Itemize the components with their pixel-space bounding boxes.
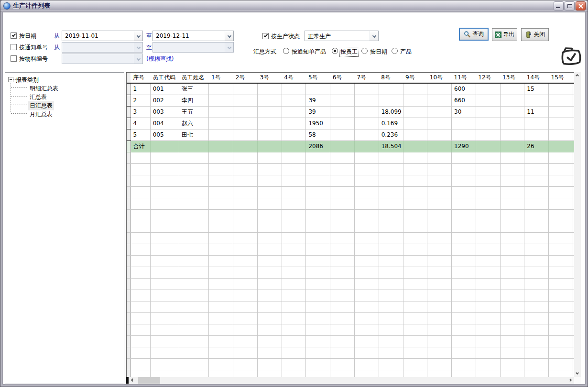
grid-cell[interactable] (354, 118, 379, 129)
checkbox-by-date[interactable] (11, 32, 17, 39)
grid-cell[interactable]: 1950 (306, 118, 330, 129)
export-button[interactable]: 导出 (492, 28, 517, 41)
grid-cell[interactable] (524, 129, 549, 140)
grid-cell[interactable] (330, 129, 355, 140)
grid-header-cell[interactable]: 8号 (379, 73, 403, 83)
maximize-button[interactable] (565, 1, 575, 11)
grid-cell[interactable] (427, 106, 452, 118)
scroll-down-icon[interactable] (574, 370, 581, 377)
grid-cell[interactable] (427, 83, 452, 95)
grid-cell[interactable]: 李四 (179, 95, 209, 106)
grid-cell[interactable]: 001 (150, 83, 179, 95)
grid-cell[interactable]: 11 (524, 106, 549, 118)
combo-date-from[interactable]: 2019-11-01 (62, 31, 143, 41)
grid-cell[interactable]: 005 (150, 129, 179, 140)
grid-cell[interactable]: 0.236 (379, 129, 403, 140)
grid-cell[interactable] (500, 118, 524, 129)
grid-cell[interactable] (257, 106, 282, 118)
grid-cell[interactable] (476, 129, 500, 140)
grid-cell[interactable] (282, 83, 306, 95)
grid-cell[interactable] (500, 106, 524, 118)
grid-header-cell[interactable]: 6号 (330, 73, 355, 83)
grid-cell[interactable] (282, 95, 306, 106)
grid-cell[interactable] (257, 118, 282, 129)
horizontal-scroll-thumb[interactable] (138, 377, 160, 384)
grid-cell[interactable] (549, 106, 573, 118)
grid-cell[interactable] (549, 118, 573, 129)
grid-cell[interactable] (549, 129, 573, 140)
grid-cell[interactable]: 2 (131, 95, 150, 106)
grid-cell[interactable] (233, 106, 258, 118)
grid-cell[interactable] (476, 106, 500, 118)
grid-cell[interactable] (427, 95, 452, 106)
grid-cell[interactable]: 0.169 (379, 118, 403, 129)
grid-cell[interactable] (476, 118, 500, 129)
grid-cell[interactable]: 003 (150, 106, 179, 118)
grid-cell[interactable]: 660 (452, 95, 476, 106)
grid-cell[interactable] (476, 83, 500, 95)
grid-cell[interactable] (354, 95, 379, 106)
checkbox-by-status[interactable] (262, 33, 269, 39)
grid-cell[interactable] (233, 95, 258, 106)
radio-by-employee[interactable] (332, 48, 338, 54)
tree-item-detail-summary[interactable]: 明细汇总表 (28, 84, 60, 93)
grid-cell[interactable] (476, 95, 500, 106)
grid-cell[interactable]: 田七 (179, 129, 209, 140)
grid-cell[interactable]: 18.099 (379, 106, 403, 118)
grid-cell[interactable] (257, 83, 282, 95)
vertical-scrollbar[interactable] (574, 72, 581, 377)
grid-cell[interactable]: 王五 (179, 106, 209, 118)
grid-cell[interactable] (403, 83, 427, 95)
checkbox-by-notice[interactable] (11, 44, 17, 50)
grid-cell[interactable] (257, 129, 282, 140)
tree-collapse-icon[interactable] (8, 77, 13, 82)
tree-root-label[interactable]: 报表类别 (16, 76, 39, 84)
radio-by-date[interactable] (361, 48, 368, 54)
grid-cell[interactable] (403, 118, 427, 129)
grid-cell[interactable] (452, 118, 476, 129)
grid-header-cell[interactable]: 1号 (209, 73, 233, 83)
grid-cell[interactable] (500, 83, 524, 95)
close-button[interactable] (576, 1, 586, 11)
grid-cell[interactable]: 004 (150, 118, 179, 129)
grid-header-cell[interactable]: 15号 (549, 73, 573, 83)
horizontal-scrollbar[interactable] (126, 377, 574, 384)
scroll-left-icon[interactable] (129, 377, 136, 384)
radio-label-by-product[interactable]: 产品 (400, 48, 412, 56)
grid-cell[interactable]: 58 (306, 129, 330, 140)
radio-by-product[interactable] (392, 48, 398, 54)
tree-item-monthly-summary[interactable]: 月汇总表 (28, 110, 54, 119)
radio-by-notice-product[interactable] (283, 48, 289, 54)
grid-cell[interactable]: 赵六 (179, 118, 209, 129)
grid-cell[interactable] (282, 106, 306, 118)
grid-header-cell[interactable]: 12号 (476, 73, 500, 83)
tree-item-summary[interactable]: 汇总表 (28, 93, 48, 102)
scroll-up-icon[interactable] (574, 72, 581, 79)
grid-header-cell[interactable]: 9号 (403, 73, 427, 83)
grid-cell[interactable]: 15 (524, 83, 549, 95)
grid-header-cell[interactable]: 14号 (524, 73, 549, 83)
grid-cell[interactable] (500, 129, 524, 140)
radio-label-by-date[interactable]: 按日期 (370, 48, 387, 56)
grid-cell[interactable] (330, 106, 355, 118)
grid-cell[interactable] (233, 83, 258, 95)
grid-cell[interactable] (403, 129, 427, 140)
grid-cell[interactable] (330, 95, 355, 106)
grid-cell[interactable]: 3 (131, 106, 150, 118)
grid-cell[interactable]: 张三 (179, 83, 209, 95)
chevron-down-icon[interactable] (370, 31, 378, 41)
grid-cell[interactable] (282, 118, 306, 129)
grid-cell[interactable] (233, 129, 258, 140)
grid-cell[interactable]: 5 (131, 129, 150, 140)
grid-cell[interactable]: 002 (150, 95, 179, 106)
grid-cell[interactable] (306, 83, 330, 95)
grid-cell[interactable]: 600 (452, 83, 476, 95)
grid-header-cell[interactable]: 3号 (257, 73, 282, 83)
grid-cell[interactable] (257, 95, 282, 106)
grid-cell[interactable] (330, 118, 355, 129)
grid-cell[interactable] (549, 83, 573, 95)
combo-production-status[interactable]: 正常生产 (305, 31, 379, 41)
grid-cell[interactable] (209, 95, 233, 106)
grid-header-cell[interactable]: 员工姓名 (179, 73, 209, 83)
grid-cell[interactable] (209, 118, 233, 129)
